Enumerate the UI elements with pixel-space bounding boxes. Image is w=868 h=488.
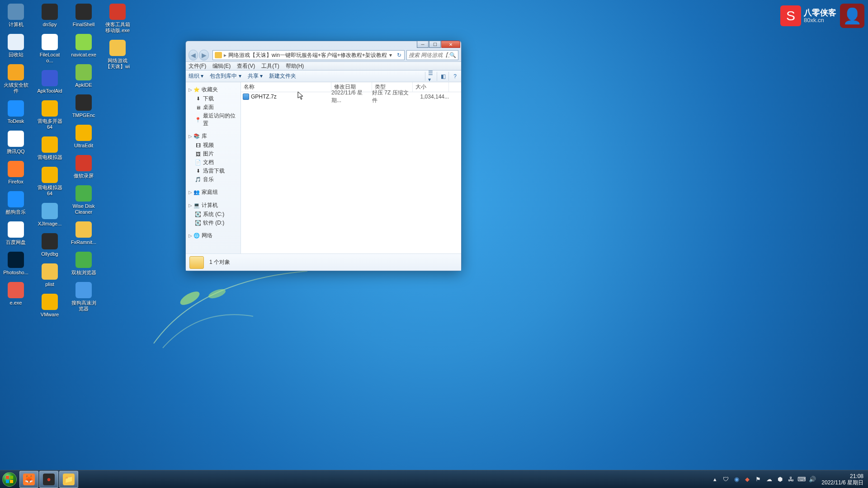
- menu-item[interactable]: 工具(T): [261, 62, 279, 70]
- col-size[interactable]: 大小: [413, 82, 449, 92]
- sidebar-group-computer[interactable]: ▷💻计算机: [187, 201, 240, 210]
- app-icon: [8, 282, 24, 298]
- desktop-icon[interactable]: 侠客工具箱移动版.exe: [104, 4, 131, 33]
- sidebar-group-libraries[interactable]: ▷📚库: [187, 131, 240, 141]
- tray-action-center-icon[interactable]: ⚑: [754, 475, 762, 483]
- address-dropdown-icon[interactable]: ▾: [387, 52, 394, 58]
- desktop-icon[interactable]: ApkIDE: [71, 64, 97, 88]
- desktop-icon[interactable]: Wise Disk Cleaner: [71, 185, 97, 215]
- menu-item[interactable]: 查看(V): [237, 62, 255, 70]
- tray-input-icon[interactable]: ⌨: [797, 475, 806, 483]
- clock-time: 21:08: [821, 473, 863, 479]
- taskbar-app-explorer[interactable]: 📁: [59, 471, 78, 488]
- help-icon[interactable]: ?: [448, 72, 458, 81]
- tray-app4-icon[interactable]: ⬢: [776, 475, 784, 483]
- maximize-button[interactable]: ☐: [429, 41, 441, 48]
- tray-app2-icon[interactable]: ◆: [743, 475, 751, 483]
- sidebar-item[interactable]: ⬇迅雷下载: [187, 167, 240, 175]
- sidebar-item[interactable]: 🎞视频: [187, 141, 240, 150]
- sidebar-item[interactable]: 💽系统 (C:): [187, 210, 240, 219]
- search-icon[interactable]: 🔍: [449, 52, 456, 58]
- desktop-icon[interactable]: plist: [37, 263, 63, 287]
- app-icon: [42, 233, 58, 249]
- desktop-icon[interactable]: 计算机: [3, 4, 29, 28]
- desktop-icon[interactable]: 傲软录屏: [71, 155, 97, 179]
- desktop-icon[interactable]: FinalShell: [71, 4, 97, 28]
- desktop-icon[interactable]: Ollydbg: [37, 233, 63, 257]
- sidebar-item[interactable]: 💽软件 (D:): [187, 219, 240, 227]
- sidebar-group-favorites[interactable]: ▷⭐收藏夹: [187, 85, 240, 94]
- desktop-icon[interactable]: 搜狗高速浏览器: [71, 282, 97, 312]
- sidebar-item[interactable]: 📄文档: [187, 158, 240, 167]
- desktop-icon[interactable]: XJImage...: [37, 203, 63, 227]
- search-input[interactable]: [409, 52, 449, 58]
- taskbar-app-recorder[interactable]: ●: [39, 471, 58, 488]
- toolbar-share[interactable]: 共享 ▾: [248, 72, 263, 80]
- desktop-icon[interactable]: ToDesk: [3, 100, 29, 124]
- tray-app3-icon[interactable]: ☁: [765, 475, 773, 483]
- menu-item[interactable]: 文件(F): [189, 62, 206, 70]
- sidebar-item[interactable]: 🖼图片: [187, 150, 240, 158]
- sidebar-item[interactable]: 🎵音乐: [187, 175, 240, 184]
- address-bar[interactable]: ▸ 网络游戏【天诛】win一键即玩服务端+客户端+修改教程+架设教程 ▾ ↻: [212, 50, 405, 60]
- desktop-icon[interactable]: VMware: [37, 294, 63, 318]
- desktop-icon[interactable]: Firefox: [3, 161, 29, 185]
- desktop-icon[interactable]: 雷电多开器64: [37, 100, 63, 130]
- menu-item[interactable]: 帮助(H): [286, 62, 304, 70]
- app-icon: [42, 203, 58, 219]
- sidebar-group-homegroup[interactable]: ▷👥家庭组: [187, 188, 240, 197]
- refresh-icon[interactable]: ↻: [394, 52, 404, 58]
- desktop-icon[interactable]: UltraEdit: [71, 125, 97, 149]
- desktop-icon-label: 百度网盘: [6, 239, 26, 245]
- desktop-icon[interactable]: 回收站: [3, 34, 29, 58]
- desktop-icon[interactable]: 火绒安全软件: [3, 64, 29, 94]
- desktop-icon[interactable]: 双核浏览器: [71, 252, 97, 276]
- desktop-icon[interactable]: Photosho...: [3, 252, 29, 276]
- desktop-icon[interactable]: TMPGEnc: [71, 94, 97, 118]
- close-button[interactable]: ✕: [441, 41, 460, 48]
- sidebar-item[interactable]: 🖥桌面: [187, 103, 240, 112]
- desktop-icon[interactable]: 百度网盘: [3, 221, 29, 245]
- desktop-icon[interactable]: 雷电模拟器64: [37, 167, 63, 197]
- desktop-icon-label: TMPGEnc: [72, 113, 95, 118]
- minimize-button[interactable]: ─: [417, 41, 429, 48]
- sidebar-item[interactable]: ⬇下载: [187, 94, 240, 103]
- col-name[interactable]: 名称: [241, 82, 331, 92]
- titlebar[interactable]: ─ ☐ ✕: [186, 41, 461, 49]
- desktop-icon[interactable]: dnSpy: [37, 4, 63, 28]
- preview-pane-icon[interactable]: ◧: [437, 72, 447, 81]
- desktop-icon[interactable]: 腾讯QQ: [3, 131, 29, 155]
- menu-item[interactable]: 编辑(E): [212, 62, 231, 70]
- tray-network-icon[interactable]: 🖧: [787, 475, 795, 483]
- toolbar-organize[interactable]: 组织 ▾: [189, 72, 203, 80]
- toolbar-new-folder[interactable]: 新建文件夹: [269, 72, 296, 80]
- file-list-pane[interactable]: 名称 修改日期 类型 大小 GPHTZ.7z2022/11/6 星期...好压 …: [241, 82, 461, 253]
- desktop-icon[interactable]: ApkToolAid: [37, 70, 63, 94]
- view-mode-icon[interactable]: ☰ ▾: [425, 72, 435, 81]
- sidebar-item[interactable]: 📍最近访问的位置: [187, 112, 240, 128]
- nav-forward-icon[interactable]: ▶: [199, 50, 208, 61]
- tray-show-hidden-icon[interactable]: ▴: [711, 475, 719, 483]
- desktop-icon[interactable]: FileLocato...: [37, 34, 63, 64]
- sidebar-group-network[interactable]: ▷🌐网络: [187, 231, 240, 240]
- app-icon: [75, 64, 92, 80]
- desktop-icon[interactable]: FxRamnit...: [71, 221, 97, 245]
- explorer-window[interactable]: ─ ☐ ✕ ◀ ▶ ▸ 网络游戏【天诛】win一键即玩服务端+客户端+修改教程+…: [185, 41, 462, 271]
- desktop-icon[interactable]: e.exe: [3, 282, 29, 306]
- start-button[interactable]: [0, 470, 19, 488]
- tray-security-icon[interactable]: 🛡: [722, 475, 730, 483]
- sidebar-head-label: 计算机: [202, 202, 218, 209]
- taskbar-app-firefox[interactable]: 🦊: [19, 471, 38, 488]
- nav-back-icon[interactable]: ◀: [189, 50, 198, 61]
- tray-volume-icon[interactable]: 🔊: [808, 475, 816, 483]
- taskbar-clock[interactable]: 21:08 2022/11/6 星期日: [821, 473, 863, 486]
- app-icon: [109, 40, 126, 56]
- tray-app1-icon[interactable]: ◉: [732, 475, 741, 483]
- desktop-icon[interactable]: 酷狗音乐: [3, 191, 29, 215]
- desktop-icon[interactable]: navicat.exe: [71, 34, 97, 58]
- desktop-icon[interactable]: 雷电模拟器: [37, 136, 63, 160]
- toolbar-include[interactable]: 包含到库中 ▾: [210, 72, 241, 80]
- file-row[interactable]: GPHTZ.7z2022/11/6 星期...好压 7Z 压缩文件1,034,1…: [241, 92, 461, 101]
- desktop-icon[interactable]: 网络游戏【天诛】win一...: [104, 40, 131, 70]
- search-box[interactable]: 🔍: [406, 50, 458, 60]
